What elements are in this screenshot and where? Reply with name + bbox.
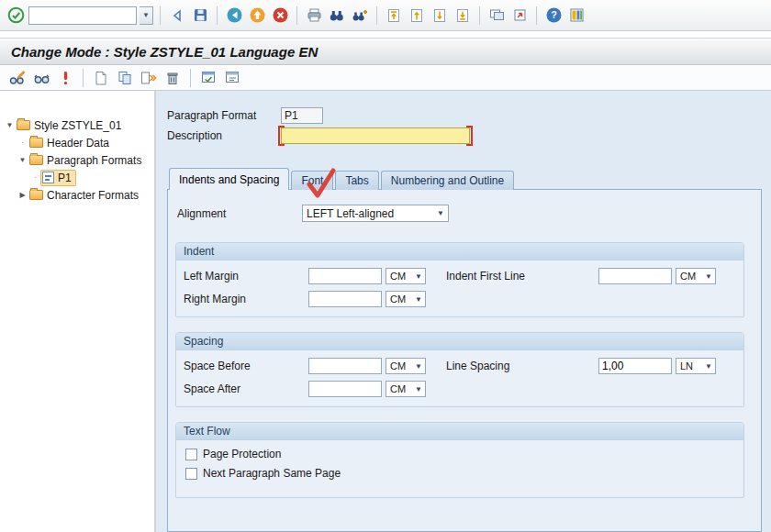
tab-strip: Indents and Spacing Font Tabs Numbering … — [167, 168, 762, 190]
text-flow-group-title: Text Flow — [176, 423, 743, 440]
next-paragraph-same-page-label: Next Paragraph Same Page — [203, 467, 341, 480]
tab-tabs[interactable]: Tabs — [335, 171, 378, 190]
paragraph-format-value: P1 — [281, 107, 323, 124]
find-icon[interactable] — [327, 6, 347, 26]
detail-panel: Paragraph Format P1 Description Indents … — [156, 91, 771, 532]
right-margin-input[interactable] — [308, 291, 382, 307]
save-icon[interactable] — [190, 6, 210, 26]
toolbar-separator — [217, 6, 218, 25]
space-after-input[interactable] — [308, 381, 382, 397]
command-history-dropdown-icon[interactable]: ▼ — [140, 6, 153, 25]
space-after-unit-select[interactable]: CM▼ — [386, 381, 426, 397]
insert-icon[interactable] — [139, 68, 159, 88]
enter-icon[interactable] — [6, 6, 26, 26]
tab-numbering-and-outline[interactable]: Numbering and Outline — [381, 171, 514, 190]
tree-item-label: Style ZSTYLE_01 — [34, 119, 121, 132]
expanded-arrow-icon[interactable]: ▼ — [4, 121, 16, 129]
display-icon[interactable] — [31, 68, 51, 88]
chevron-down-icon: ▼ — [415, 295, 422, 304]
folder-icon — [29, 190, 43, 200]
left-margin-input[interactable] — [308, 268, 382, 284]
exit-icon[interactable] — [247, 6, 267, 26]
chevron-down-icon: ▼ — [705, 362, 712, 371]
toggle-display-change-icon[interactable] — [7, 68, 28, 88]
leaf-dot-icon: · — [17, 139, 28, 147]
tree-item-label: Header Data — [47, 137, 109, 150]
line-spacing-unit-select[interactable]: LN▼ — [676, 358, 716, 374]
indent-first-line-unit-select[interactable]: CM▼ — [676, 268, 716, 284]
description-input[interactable] — [281, 127, 470, 144]
indent-first-line-input[interactable] — [598, 268, 672, 284]
svg-text:?: ? — [551, 9, 557, 20]
tab-indents-and-spacing[interactable]: Indents and Spacing — [169, 168, 289, 190]
standard-toolbar: ▼ — [0, 0, 771, 31]
first-page-icon[interactable] — [384, 6, 404, 26]
line-spacing-input[interactable] — [598, 358, 672, 374]
description-label: Description — [167, 129, 281, 142]
navigation-tree: ▼ Style ZSTYLE_01 · Header Data ▼ Paragr… — [0, 91, 156, 532]
toolbar-separator — [190, 69, 191, 87]
collapsed-arrow-icon[interactable]: ▶ — [17, 191, 28, 199]
line-spacing-label: Line Spacing — [446, 360, 595, 372]
spacing-group-title: Spacing — [176, 333, 743, 350]
text-flow-group: Text Flow Page Protection Next Paragraph… — [175, 422, 744, 498]
copy-icon[interactable] — [115, 68, 135, 88]
tree-item-style[interactable]: ▼ Style ZSTYLE_01 — [0, 116, 154, 134]
alignment-dropdown[interactable]: LEFT Left-aligned ▼ — [302, 205, 449, 222]
create-shortcut-icon[interactable] — [509, 6, 530, 26]
indents-and-spacing-panel: Alignment LEFT Left-aligned ▼ Indent Lef… — [167, 189, 762, 532]
delete-icon[interactable] — [162, 68, 183, 88]
next-paragraph-same-page-row[interactable]: Next Paragraph Same Page — [185, 467, 736, 480]
page-protection-label: Page Protection — [203, 448, 281, 460]
expanded-arrow-icon[interactable]: ▼ — [17, 156, 28, 164]
new-session-icon[interactable] — [486, 6, 507, 26]
important-icon[interactable] — [55, 68, 75, 88]
command-field[interactable] — [28, 6, 137, 25]
chevron-down-icon: ▼ — [415, 362, 422, 371]
folder-icon — [29, 138, 43, 148]
paragraph-format-label: Paragraph Format — [167, 109, 281, 122]
selected-tree-node[interactable]: P1 — [41, 171, 75, 185]
main-area: ▼ Style ZSTYLE_01 · Header Data ▼ Paragr… — [0, 91, 771, 532]
paragraph-format-row: Paragraph Format P1 — [167, 105, 762, 126]
tree-item-header-data[interactable]: · Header Data — [0, 134, 154, 151]
preview-icon[interactable] — [222, 68, 242, 88]
tree-item-p1[interactable]: · P1 — [0, 169, 154, 186]
table-view-icon[interactable] — [198, 68, 218, 88]
chevron-down-icon: ▼ — [415, 385, 422, 393]
alignment-row: Alignment LEFT Left-aligned ▼ — [177, 205, 752, 222]
tree-item-label: Character Formats — [47, 189, 139, 202]
help-icon[interactable]: ? — [543, 6, 564, 26]
tree-item-paragraph-formats[interactable]: ▼ Paragraph Formats — [0, 151, 154, 169]
page-protection-checkbox[interactable] — [185, 449, 197, 460]
title-bar: Change Mode : Style ZSTYLE_01 Language E… — [0, 38, 771, 65]
leaf-dot-icon: · — [29, 173, 41, 182]
previous-page-icon[interactable] — [407, 6, 427, 26]
back-triangle-icon[interactable] — [167, 6, 187, 26]
toolbar-separator — [479, 6, 480, 25]
left-margin-label: Left Margin — [184, 270, 305, 283]
left-margin-unit-select[interactable]: CM▼ — [386, 268, 426, 284]
indent-group: Indent Left Margin CM▼ Indent First Line… — [175, 242, 744, 317]
tree-item-character-formats[interactable]: ▶ Character Formats — [0, 186, 154, 204]
tab-font[interactable]: Font — [291, 171, 333, 190]
print-icon[interactable] — [304, 6, 324, 26]
create-icon[interactable] — [91, 68, 111, 88]
layout-menu-icon[interactable] — [566, 6, 587, 26]
paragraph-format-icon — [42, 172, 54, 183]
indent-first-line-label: Indent First Line — [446, 270, 595, 283]
next-page-icon[interactable] — [430, 6, 450, 26]
page-protection-row[interactable]: Page Protection — [185, 448, 736, 460]
nav-back-icon[interactable] — [224, 6, 244, 26]
toolbar-separator — [296, 6, 297, 25]
last-page-icon[interactable] — [453, 6, 473, 26]
cancel-icon[interactable] — [270, 6, 290, 26]
next-paragraph-same-page-checkbox[interactable] — [185, 468, 197, 480]
alignment-value: LEFT Left-aligned — [307, 207, 394, 220]
right-margin-unit-select[interactable]: CM▼ — [386, 291, 426, 307]
space-before-unit-select[interactable]: CM▼ — [386, 358, 426, 374]
space-before-input[interactable] — [308, 358, 382, 374]
description-row: Description — [167, 126, 762, 146]
toolbar-separator — [83, 69, 84, 87]
find-next-icon[interactable] — [350, 6, 370, 26]
